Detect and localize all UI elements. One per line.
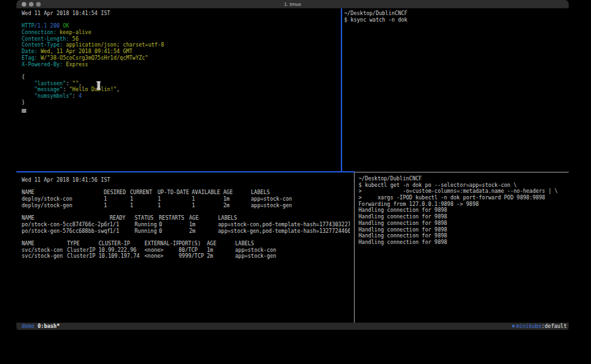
table-cell: po/stock-con-5cc874766c-2p6rp — [22, 222, 110, 228]
table-header-row: NAMETYPECLUSTER-IPEXTERNAL-IPPORT(S)AGEL… — [22, 241, 350, 247]
blank-line — [22, 184, 350, 190]
pane-ksync[interactable]: ~/Desktop/DublinCNCF$ ksync watch -n dok — [342, 9, 569, 172]
terminal-text-segment: ETag: — [22, 55, 37, 61]
terminal-line: ~/Desktop/DublinCNCF — [344, 10, 407, 17]
ksync-output: ~/Desktop/DublinCNCF$ ksync watch -n dok — [344, 10, 407, 23]
terminal-line: Content-Type: application/json; charset=… — [22, 42, 164, 49]
table-cell: 80/TCP — [179, 247, 207, 254]
terminal-text-segment: $ ksync watch -n dok — [344, 17, 407, 23]
table-row: po/stock-gen-576cc688bb-swqf61/1Running0… — [22, 228, 350, 235]
table-header-row: NAMEREADYSTATUSRESTARTSAGELABELS — [22, 215, 350, 222]
terminal-line: Wed 11 Apr 2018 10:41:54 IST — [22, 10, 164, 17]
terminal-text-segment: { — [22, 74, 25, 80]
pane-http-response[interactable]: Wed 11 Apr 2018 10:41:54 IST HTTP/1.1 20… — [16, 9, 341, 172]
terminal-text-segment — [22, 81, 34, 87]
table-cell: 1 — [130, 196, 158, 203]
terminal-line — [22, 68, 164, 74]
terminal-line: "lastseen": "", — [22, 81, 164, 87]
table-cell: app=stock-con — [235, 247, 350, 254]
terminal-line: Date: Wed, 11 Apr 2018 09:41:54 GMT — [22, 49, 164, 55]
table-cell: TYPE — [67, 241, 98, 247]
pane-divider-horizontal-right[interactable] — [355, 172, 569, 172]
title-bar[interactable]: 1. tmux — [16, 0, 569, 9]
table-cell: svc/stock-gen — [22, 253, 67, 260]
terminal-text-segment: Handling connection for 9898 — [359, 207, 447, 213]
pane-kubectl-get[interactable]: Wed 11 Apr 2018 10:41:56 IST NAMEDESIRED… — [16, 173, 354, 323]
terminal-text-segment: , — [117, 87, 120, 92]
terminal-line: $ ksync watch -n dok — [344, 17, 407, 24]
table-cell: LABELS — [251, 190, 350, 196]
terminal-line: HTTP/1.1 200 OK — [22, 23, 164, 30]
terminal-line: Handling connection for 9898 — [359, 239, 558, 246]
terminal-text-segment: Wed, 11 Apr 2018 09:41:54 GMT — [37, 49, 133, 54]
services-table: NAMETYPECLUSTER-IPEXTERNAL-IPPORT(S)AGEL… — [22, 241, 350, 260]
status-left: demo 0:bash* — [22, 323, 60, 330]
window-label[interactable]: 0:bash* — [37, 323, 60, 330]
table-cell: po/stock-gen-576cc688bb-swqf6 — [22, 228, 110, 235]
pane-divider-horizontal-left[interactable] — [16, 171, 355, 172]
kubectl-timestamp: Wed 11 Apr 2018 10:41:56 IST — [22, 177, 350, 184]
table-cell: CURRENT — [130, 190, 158, 196]
table-cell: LABELS — [235, 241, 350, 247]
terminal-line: Forwarding from 127.0.0.1:9898 -> 9898 — [359, 201, 558, 208]
terminal-text-segment: 4 — [79, 93, 82, 99]
table-cell: EXTERNAL-IP — [144, 241, 179, 247]
terminal-text-segment — [22, 93, 34, 99]
table-cell: 1m — [223, 196, 251, 203]
helm-icon: ◉ — [512, 323, 515, 330]
terminal-text-segment: : — [72, 93, 79, 99]
table-cell: PORT(S) — [179, 241, 207, 247]
table-cell: NAME — [22, 241, 67, 247]
table-cell: RESTARTS — [159, 215, 189, 222]
terminal-text-segment: ~/Desktop/DublinCNCF — [359, 176, 422, 182]
terminal-text-segment: Handling connection for 9898 — [359, 239, 447, 245]
table-cell: 10.99.222.96 — [98, 247, 144, 254]
terminal-line: { — [22, 74, 164, 81]
terminal-text-segment: Content-Length: — [22, 36, 69, 42]
table-cell: 1 — [158, 196, 192, 203]
terminal-line: ~/Desktop/DublinCNCF — [359, 176, 558, 182]
table-cell: AGE — [189, 215, 218, 222]
terminal-text-segment: /1.1 200 — [34, 23, 62, 29]
table-cell: ClusterIP — [67, 253, 98, 260]
table-row: deploy/stock-gen11112mapp=stock-gen — [22, 203, 350, 209]
table-cell: AGE — [223, 190, 251, 196]
terminal-line: Handling connection for 9898 — [359, 220, 558, 227]
terminal-text-segment — [22, 87, 34, 92]
table-cell: 1 — [158, 203, 192, 209]
terminal-text-segment: X-Powered-By: — [22, 62, 63, 68]
terminal-text-segment: application/json; charset=utf-8 — [63, 42, 164, 48]
terminal-text-segment: : — [66, 81, 72, 87]
table-cell: 1 — [130, 203, 158, 209]
mouse-ibeam-cursor — [96, 81, 102, 90]
terminal-text-segment: $ kubectl get -n dok po --selector=app=s… — [359, 182, 517, 188]
terminal-line: $ kubectl get -n dok po --selector=app=s… — [359, 182, 558, 189]
table-row: deploy/stock-con11111mapp=stock-con — [22, 196, 350, 203]
terminal-line: Handling connection for 9898 — [359, 233, 558, 239]
window-title: 1. tmux — [16, 0, 569, 9]
tmux-status-bar: demo 0:bash* ◉ minikube :default — [16, 323, 569, 330]
terminal-text-segment: Content-Type: — [22, 42, 63, 48]
terminal-line: > -o=custom-columns=:metadata.name --no-… — [359, 188, 558, 195]
http-response-output: Wed 11 Apr 2018 10:41:54 IST HTTP/1.1 20… — [22, 10, 164, 106]
table-cell: 1 — [104, 203, 130, 209]
terminal-text-segment: : — [63, 87, 70, 92]
terminal-text-segment: HTTP — [22, 23, 34, 29]
desktop: { "window": { "title": "1. tmux" }, "col… — [0, 0, 591, 364]
session-name: demo — [22, 323, 34, 330]
table-cell: 0 — [159, 228, 189, 235]
pane-divider-vertical-top[interactable] — [341, 9, 342, 172]
pane-port-forward[interactable]: ~/Desktop/DublinCNCF$ kubectl get -n dok… — [355, 173, 569, 323]
blank-line — [22, 209, 350, 215]
terminal-line: "numsymbols": 4 — [22, 93, 164, 100]
deployments-table: NAMEDESIREDCURRENTUP-TO-DATEAVAILABLEAGE… — [22, 190, 350, 209]
kube-context: minikube — [516, 323, 542, 330]
terminal-line: } — [22, 100, 164, 106]
table-cell: AVAILABLE — [192, 190, 223, 196]
terminal-line: X-Powered-By: Express — [22, 62, 164, 68]
kube-namespace: :default — [541, 323, 567, 330]
table-cell: 2m — [207, 253, 235, 260]
table-cell: 1m — [189, 222, 218, 228]
terminal-text-segment: Wed 11 Apr 2018 10:41:54 IST — [22, 10, 110, 16]
terminal-text-segment: W/"38-O5coCsrg3mQ75sHr1d/qcMTwYZc" — [37, 55, 148, 61]
